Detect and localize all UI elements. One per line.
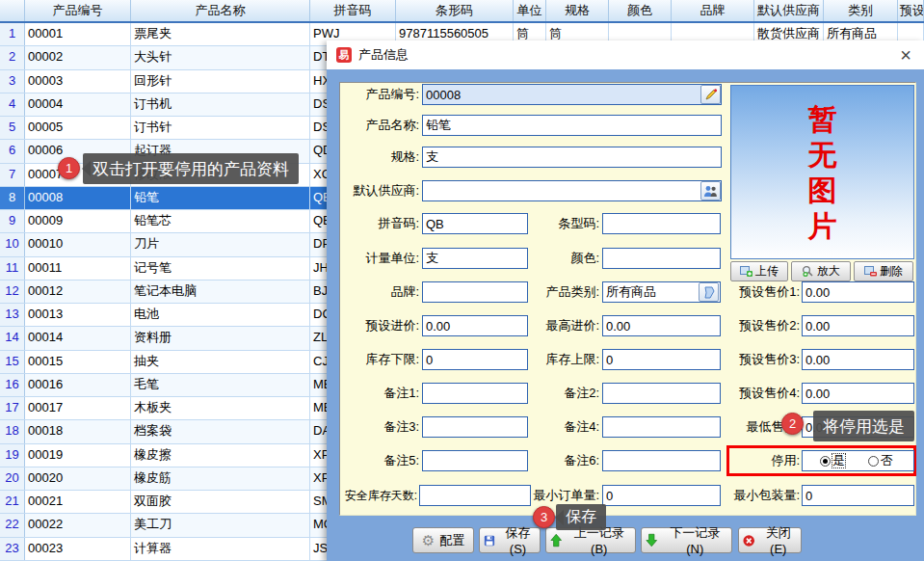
product-code-input[interactable] bbox=[422, 84, 722, 105]
preset-purchase-label: 预设进价: bbox=[340, 315, 419, 336]
note5-label: 备注5: bbox=[340, 450, 419, 471]
cell-code: 00006 bbox=[25, 140, 131, 162]
dialog-titlebar: 易 产品信息 × bbox=[327, 40, 924, 69]
radio-selected-icon bbox=[820, 456, 831, 467]
min-sell-price-label: 最低售价: bbox=[723, 416, 800, 438]
cell-code: 00021 bbox=[25, 491, 131, 513]
cell-num: 5 bbox=[0, 117, 25, 139]
stock-lower-input[interactable] bbox=[422, 349, 528, 370]
stock-upper-input[interactable] bbox=[602, 349, 721, 370]
pinyin-input[interactable] bbox=[422, 213, 528, 234]
header-cell-unit[interactable]: 单位 bbox=[514, 0, 546, 21]
cell-code: 00015 bbox=[25, 351, 131, 373]
header-cell-name[interactable]: 产品名称 bbox=[131, 0, 310, 21]
note2-input[interactable] bbox=[602, 383, 721, 404]
note6-input[interactable] bbox=[602, 450, 721, 471]
product-image-placeholder: 暂无图片 bbox=[730, 85, 914, 259]
header-cell-color[interactable]: 颜色 bbox=[609, 0, 672, 21]
note1-input[interactable] bbox=[422, 383, 528, 404]
note3-input[interactable] bbox=[422, 416, 528, 438]
header-cell-spec[interactable]: 规格 bbox=[546, 0, 609, 21]
category-lookup-button[interactable] bbox=[699, 282, 719, 302]
sell-price2-input[interactable] bbox=[802, 315, 914, 336]
note4-input[interactable] bbox=[602, 416, 721, 438]
safety-days-input[interactable] bbox=[419, 485, 531, 506]
delete-image-button[interactable]: 删除 bbox=[854, 261, 913, 281]
header-cell-py[interactable]: 拼音码 bbox=[310, 0, 396, 21]
note5-input[interactable] bbox=[422, 450, 528, 471]
supplier-lookup-button[interactable] bbox=[700, 181, 721, 200]
sell-price3-label: 预设售价3: bbox=[723, 349, 800, 370]
note3-label: 备注3: bbox=[340, 416, 419, 438]
product-code-label: 产品编号: bbox=[340, 84, 419, 105]
barcode-label: 条型码: bbox=[530, 213, 599, 234]
header-cell-supplier[interactable]: 默认供应商 bbox=[754, 0, 824, 21]
header-cell-num[interactable] bbox=[0, 0, 25, 21]
cell-num: 6 bbox=[0, 140, 25, 162]
header-cell-barcode[interactable]: 条形码 bbox=[396, 0, 514, 21]
dialog-title: 产品信息 bbox=[358, 46, 893, 64]
stop-use-radio-no[interactable]: 否 bbox=[868, 454, 893, 468]
cell-num: 20 bbox=[0, 468, 25, 490]
header-cell-code[interactable]: 产品编号 bbox=[25, 0, 131, 21]
brand-input[interactable] bbox=[422, 281, 528, 303]
delete-icon bbox=[864, 266, 877, 278]
header-cell-preset[interactable]: 预设进价 bbox=[898, 0, 924, 21]
sell-price3-input[interactable] bbox=[802, 349, 914, 370]
magnify-icon bbox=[802, 265, 814, 278]
min-package-input[interactable] bbox=[802, 485, 914, 506]
sell-price4-input[interactable] bbox=[802, 383, 914, 404]
cell-num: 19 bbox=[0, 444, 25, 467]
header-cell-brand[interactable]: 品牌 bbox=[672, 0, 754, 21]
min-sell-price-input[interactable] bbox=[802, 416, 914, 438]
cell-name: 毛笔 bbox=[131, 374, 310, 396]
default-supplier-label: 默认供应商: bbox=[340, 180, 419, 201]
stop-use-radio-yes[interactable]: 是 bbox=[820, 454, 845, 468]
cell-code: 00005 bbox=[25, 117, 131, 139]
close-dialog-button[interactable]: 关闭(E) bbox=[738, 527, 802, 553]
cell-num: 15 bbox=[0, 351, 25, 373]
cell-name: 计算器 bbox=[131, 538, 310, 560]
cell-num: 11 bbox=[0, 257, 25, 280]
cell-name: 橡皮筋 bbox=[131, 468, 310, 490]
upload-image-button[interactable]: 上传 bbox=[730, 261, 788, 281]
cell-num: 13 bbox=[0, 304, 25, 326]
stop-use-label: 停用: bbox=[723, 450, 800, 471]
cell-num: 8 bbox=[0, 187, 25, 209]
cell-name: 回形针 bbox=[131, 70, 310, 93]
unit-input[interactable] bbox=[422, 248, 528, 269]
color-input[interactable] bbox=[602, 248, 721, 269]
barcode-input[interactable] bbox=[602, 213, 721, 234]
min-package-label: 最小包装量: bbox=[723, 485, 800, 506]
note4-label: 备注4: bbox=[530, 416, 599, 438]
next-record-button[interactable]: 下一记录(N) bbox=[641, 527, 732, 553]
config-button[interactable]: ⚙配置 bbox=[412, 527, 474, 553]
note2-label: 备注2: bbox=[530, 383, 599, 404]
cell-name: 笔记本电脑 bbox=[131, 280, 310, 303]
cell-code: 00022 bbox=[25, 514, 131, 536]
max-purchase-input[interactable] bbox=[602, 315, 721, 336]
previous-record-button[interactable]: 上一记录(B) bbox=[545, 527, 636, 553]
spec-input[interactable] bbox=[422, 147, 722, 168]
preset-purchase-input[interactable] bbox=[422, 315, 528, 336]
cell-name: 订书机 bbox=[131, 94, 310, 116]
edit-code-button[interactable] bbox=[700, 85, 721, 104]
sell-price1-input[interactable] bbox=[802, 281, 914, 303]
cell-num: 17 bbox=[0, 397, 25, 419]
default-supplier-input[interactable] bbox=[422, 180, 722, 201]
cell-code: 00020 bbox=[25, 468, 131, 490]
min-order-input[interactable] bbox=[602, 485, 721, 506]
cell-name: 起订器 bbox=[131, 140, 310, 162]
magnify-image-button[interactable]: 放大 bbox=[791, 261, 851, 281]
cell-code: 00002 bbox=[25, 46, 131, 68]
product-name-input[interactable] bbox=[422, 115, 722, 136]
cell-code: 00011 bbox=[25, 257, 131, 280]
cell-code: 00008 bbox=[25, 187, 131, 209]
sell-price4-label: 预设售价4: bbox=[723, 383, 800, 404]
cell-name: 铅笔芯 bbox=[131, 210, 310, 232]
cell-code: 00016 bbox=[25, 374, 131, 396]
cell-code: 00017 bbox=[25, 397, 131, 419]
save-button[interactable]: 保存(S) bbox=[479, 527, 541, 553]
close-icon[interactable]: × bbox=[900, 45, 911, 65]
header-cell-category[interactable]: 类别 bbox=[824, 0, 898, 21]
